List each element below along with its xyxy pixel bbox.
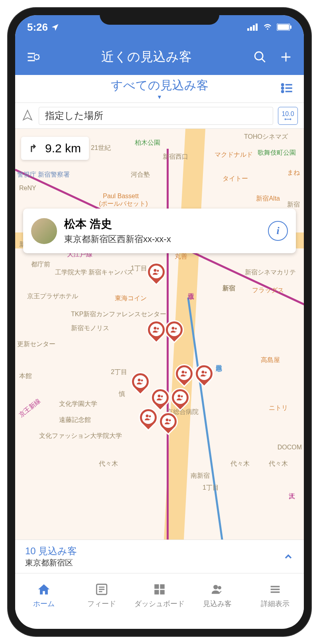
map-pin[interactable]	[159, 412, 178, 436]
filter-dropdown[interactable]: すべての見込み客 ▼	[111, 77, 209, 100]
map-label: タイトー	[223, 175, 248, 183]
page-title: 近くの見込み客	[101, 48, 192, 66]
map-pin[interactable]	[139, 408, 158, 432]
map-pin[interactable]	[171, 388, 190, 412]
feed-icon	[95, 583, 108, 596]
svg-point-21	[185, 372, 187, 374]
map-label: 更新センター	[17, 340, 55, 349]
svg-point-7	[34, 55, 39, 59]
svg-point-27	[181, 396, 183, 398]
plus-icon	[279, 50, 293, 64]
svg-rect-6	[290, 26, 291, 29]
map-pin[interactable]	[147, 262, 166, 286]
search-bar: 指定した場所 10.0	[15, 103, 304, 129]
svg-rect-1	[250, 27, 252, 31]
map-pin[interactable]	[147, 320, 166, 344]
map-pin[interactable]	[175, 364, 194, 388]
search-button[interactable]	[252, 49, 268, 65]
map-label: 丸善	[175, 252, 187, 261]
directions-icon	[29, 143, 40, 154]
svg-point-10	[282, 87, 284, 89]
tab-dashboard[interactable]: ダッシュボード	[131, 573, 189, 617]
map-label: 遠藤記念館	[59, 416, 91, 424]
tab-home[interactable]: ホーム	[15, 573, 73, 617]
menu-icon	[268, 583, 282, 596]
add-button[interactable]	[278, 49, 294, 65]
map-label: 警視庁 新宿警察署	[17, 171, 70, 179]
svg-point-31	[169, 419, 171, 421]
svg-rect-34	[160, 584, 164, 589]
people-icon	[211, 583, 224, 596]
status-time: 5:26	[27, 21, 48, 33]
location-input[interactable]: 指定した場所	[39, 107, 273, 125]
svg-point-11	[282, 91, 284, 92]
avatar	[31, 218, 57, 244]
tab-prospects[interactable]: 見込み客	[188, 573, 246, 617]
map-label: 河合塾	[131, 171, 150, 179]
svg-rect-0	[247, 28, 249, 31]
filter-label: すべての見込み客	[111, 77, 209, 94]
bottom-sheet[interactable]: 10 見込み客 東京都新宿区	[15, 540, 304, 573]
map-label: 高島屋	[261, 356, 280, 364]
map-label: 1丁目	[203, 484, 219, 492]
phone-screen: 5:26 近くの見込み客	[15, 15, 304, 629]
tab-more[interactable]: 詳細表示	[246, 573, 304, 617]
radius-value: 10.0	[282, 110, 294, 118]
map-label: 新宿	[287, 201, 300, 209]
svg-point-15	[157, 328, 159, 330]
phone-frame: 5:26 近くの見込み客	[8, 8, 311, 636]
map-label: 柏木公園	[135, 139, 160, 147]
settings-icon[interactable]	[25, 49, 41, 65]
map-label: 2丁目	[111, 368, 127, 376]
map-label: 新宿シネマカリテ	[245, 268, 296, 277]
list-view-button[interactable]	[280, 81, 294, 97]
svg-point-13	[157, 270, 159, 272]
map-label: 1丁目	[131, 264, 147, 273]
tab-label: ダッシュボード	[134, 599, 185, 609]
map-label: 東海コイン	[115, 294, 147, 303]
svg-point-25	[161, 396, 163, 398]
chevron-down-icon: ▼	[157, 94, 162, 100]
svg-point-19	[141, 380, 143, 382]
radius-selector[interactable]: 10.0	[278, 107, 298, 125]
tab-label: フィード	[87, 599, 116, 609]
map-label: 都庁前	[31, 260, 50, 269]
svg-rect-2	[253, 25, 255, 31]
tab-feed[interactable]: フィード	[73, 573, 131, 617]
map-label: 京王プラザホテル	[27, 292, 78, 301]
map-label: DOCOM	[278, 444, 302, 451]
svg-rect-3	[256, 24, 258, 31]
map-label: 21世紀	[91, 144, 111, 152]
svg-point-16	[172, 327, 175, 330]
signal-icon	[247, 24, 258, 31]
map-label: 文化ファッション大学院大学	[39, 432, 122, 440]
prospect-info-card[interactable]: 松本 浩史 東京都新宿区西新宿xx-xx-x i	[23, 209, 296, 253]
svg-rect-5	[278, 24, 289, 30]
svg-point-9	[282, 84, 284, 85]
map-label: 南新宿	[191, 472, 210, 480]
map-pin[interactable]	[195, 364, 214, 388]
app-header: 近くの見込み客	[15, 39, 304, 75]
svg-point-26	[178, 395, 181, 398]
map-pin[interactable]	[131, 372, 150, 396]
map-label: 新宿Alta	[256, 195, 280, 203]
arrows-icon	[284, 118, 292, 121]
map-label: TKP新宿カンファレンスセンター	[71, 310, 166, 319]
info-button[interactable]: i	[268, 221, 288, 241]
navigate-icon[interactable]	[21, 109, 34, 122]
svg-point-29	[149, 416, 151, 418]
map-label: 新宿西口	[163, 153, 188, 161]
map-view[interactable]: TOHOシネマズ 柏木公園 21世紀 新宿西口 マクドナルド 歌舞伎町公園 警視…	[15, 129, 304, 540]
list-icon	[280, 81, 294, 95]
distance-value: 9.2 km	[45, 142, 81, 155]
svg-point-14	[154, 327, 157, 330]
svg-rect-36	[160, 590, 164, 594]
svg-point-8	[255, 52, 263, 60]
map-label: 慎	[119, 390, 125, 398]
tab-label: 詳細表示	[261, 599, 289, 609]
svg-point-24	[158, 395, 161, 398]
map-label: ReNY	[19, 185, 36, 192]
chevron-up-icon	[283, 551, 294, 562]
tab-bar: ホーム フィード ダッシュボード 見込み客 詳細表示	[15, 573, 304, 617]
map-pin[interactable]	[165, 320, 184, 344]
